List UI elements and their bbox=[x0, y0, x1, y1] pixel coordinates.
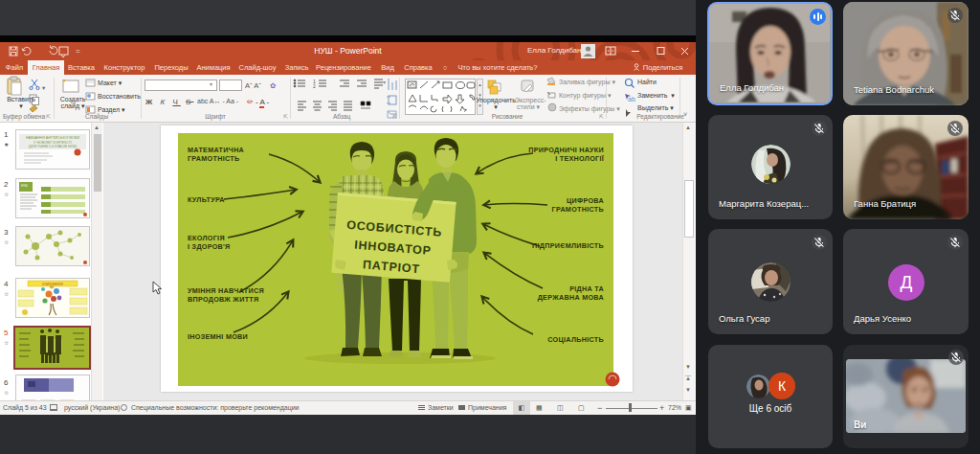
svg-text:НАВЧАННЯ АНГЛІЙСЬКОЇ МОВИ: НАВЧАННЯ АНГЛІЙСЬКОЇ МОВИ bbox=[26, 136, 79, 140]
svg-text:І ЗДОРОВ'Я: І ЗДОРОВ'Я bbox=[188, 242, 231, 251]
svg-text:ЕКОЛОГІЯ: ЕКОЛОГІЯ bbox=[188, 234, 225, 242]
svg-text:ГРАМОТНІСТЬ: ГРАМОТНІСТЬ bbox=[188, 154, 239, 163]
svg-text:ЦИФРОВА: ЦИФРОВА bbox=[567, 196, 604, 205]
svg-text:ab: ab bbox=[628, 96, 635, 102]
svg-text:І ТЕХНОЛОГІЇ: І ТЕХНОЛОГІЇ bbox=[555, 154, 605, 163]
svg-text:РІДНА ТА: РІДНА ТА bbox=[569, 284, 604, 293]
svg-text:ПРИРОДНИЧІ НАУКИ: ПРИРОДНИЧІ НАУКИ bbox=[528, 146, 604, 154]
svg-text:КУЛЬТУРА: КУЛЬТУРА bbox=[188, 195, 225, 204]
svg-text:2: 2 bbox=[313, 83, 316, 89]
svg-text:▾: ▾ bbox=[383, 79, 386, 85]
svg-text:СОЦІАЛЬНІСТЬ: СОЦІАЛЬНІСТЬ bbox=[547, 335, 604, 344]
svg-text:▾: ▾ bbox=[42, 84, 46, 91]
svg-text:УМІННЯ НАВЧАТИСЯ: УМІННЯ НАВЧАТИСЯ bbox=[188, 286, 264, 295]
svg-text:ІНОЗЕМНІ МОВИ: ІНОЗЕМНІ МОВИ bbox=[188, 332, 248, 341]
svg-text:ВПРОДОВЖ ЖИТТЯ: ВПРОДОВЖ ЖИТТЯ bbox=[188, 295, 258, 304]
svg-text:ПІДПРИЄМЛИВІСТЬ: ПІДПРИЄМЛИВІСТЬ bbox=[532, 241, 604, 250]
svg-text:(ДЛЯ УЧНІВ 5-6 КЛАСІВ НУШ): (ДЛЯ УЧНІВ 5-6 КЛАСІВ НУШ) bbox=[29, 145, 78, 148]
svg-text:ГРАМОТНІСТЬ: ГРАМОТНІСТЬ bbox=[552, 205, 604, 214]
svg-text:ДЕРЖАВНА МОВА: ДЕРЖАВНА МОВА bbox=[538, 293, 604, 302]
svg-text:МАТЕМАТИЧНА: МАТЕМАТИЧНА bbox=[188, 146, 244, 154]
svg-text:У НОВОМУ КОНТЕКСТІ: У НОВОМУ КОНТЕКСТІ bbox=[33, 141, 72, 145]
svg-text:НУШ: НУШ bbox=[21, 184, 28, 188]
